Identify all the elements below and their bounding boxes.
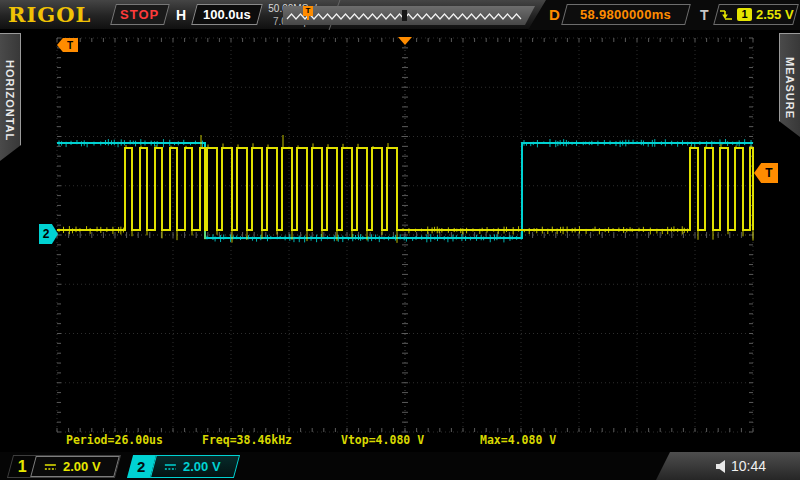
channel2-scale: 2.00 V: [183, 459, 221, 474]
dc-coupling-icon: [44, 462, 57, 472]
channel1-number: 1: [18, 458, 27, 476]
channel2-number: 2: [137, 458, 145, 475]
channel1-scale: 2.00 V: [63, 459, 101, 474]
trigger-label: T: [700, 7, 709, 23]
bottom-status-bar: 10:44 1 2.00 V 2 2.00 V: [0, 452, 800, 480]
dc-coupling-icon: [164, 462, 177, 472]
measurement-max: Max=4.080 V: [480, 433, 556, 447]
graticule: [0, 0, 800, 480]
oscilloscope-screen: RIGOL STOP H 100.0us 50.00MSa/s 7.00M pt…: [0, 0, 800, 480]
trigger-source-badge: 1: [737, 8, 752, 21]
measurement-period: Period=26.00us: [66, 433, 163, 447]
delay-value: 58.9800000ms: [580, 7, 671, 22]
trigger-readout[interactable]: 1 2.55 V: [713, 4, 799, 25]
measurement-freq: Freq=38.46kHz: [202, 433, 292, 447]
delay-readout[interactable]: 58.9800000ms: [561, 4, 691, 25]
measurements-row: Period=26.00us Freq=38.46kHz Vtop=4.080 …: [0, 433, 800, 448]
measurement-vtop: Vtop=4.080 V: [341, 433, 424, 447]
delay-label: D: [549, 6, 560, 23]
falling-edge-icon: [719, 8, 733, 22]
channel1-status[interactable]: 1 2.00 V: [7, 455, 121, 478]
trigger-level-value: 2.55 V: [756, 7, 794, 22]
channel2-status[interactable]: 2 2.00 V: [127, 455, 240, 478]
clock: 10:44: [731, 458, 766, 474]
clock-area: 10:44: [656, 452, 800, 480]
speaker-icon: [716, 460, 727, 473]
